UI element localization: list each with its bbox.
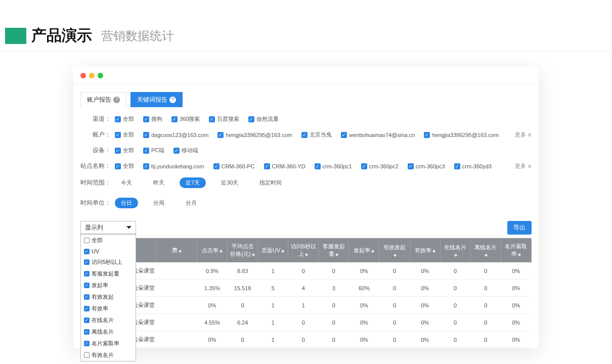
option-label: PC端 — [151, 147, 164, 154]
device-list: ✓全部✓PC端✓移动端 — [115, 147, 532, 154]
table-row[interactable]: bj-云朵课堂0%01100%00%000% — [81, 297, 532, 314]
column-toggle-item[interactable]: ✓在线名片 — [81, 314, 136, 326]
sort-icon[interactable]: ◆ — [371, 249, 374, 253]
columns-dropdown[interactable]: 显示列 全部✓UV✓访问5秒以上✓客服发起量✓发起率✓有效发起✓有效率✓在线名片… — [80, 221, 136, 234]
table-row[interactable]: bj-云朵课堂0%01000%00%000% — [81, 331, 532, 348]
column-toggle-item[interactable]: ✓名片索取率 — [81, 338, 136, 349]
header-label: 有效率 — [415, 247, 431, 253]
sort-icon[interactable]: ◆ — [335, 252, 338, 257]
column-header[interactable]: 客服发起量◆ — [319, 239, 349, 262]
column-header[interactable]: 在线名片◆ — [440, 239, 470, 262]
column-header[interactable]: 页面UV◆ — [258, 239, 288, 262]
item-label: 全部 — [92, 237, 103, 244]
tab-account-report[interactable]: 账户报告 ? — [80, 92, 126, 107]
filter-option[interactable]: ✓hengjia3396295@163.com — [424, 132, 499, 138]
column-toggle-item[interactable]: ✓有效率 — [81, 303, 136, 314]
sort-icon[interactable]: ◆ — [394, 253, 397, 257]
column-header[interactable]: 平均点击价格(元)◆ — [228, 239, 258, 262]
filter-option[interactable]: ✓全部 — [115, 115, 134, 123]
column-header[interactable]: 费◆ — [157, 239, 197, 262]
column-header[interactable]: 名片索取率◆ — [501, 239, 531, 262]
filter-option[interactable]: ✓crm-360pc3 — [408, 163, 445, 169]
column-header[interactable]: 有效率◆ — [410, 239, 440, 262]
table-row[interactable]: bj-云朵课堂4.55%6.241000%00%000% — [81, 314, 532, 331]
column-toggle-item[interactable]: ✓UV — [81, 246, 136, 256]
filter-option[interactable]: ✓北京当兔 — [301, 131, 332, 139]
column-toggle-item[interactable]: 有效名片 — [81, 349, 136, 361]
sort-icon[interactable]: ◆ — [252, 252, 255, 257]
cell: 0% — [501, 262, 531, 280]
column-header[interactable]: 点击率◆ — [197, 239, 228, 262]
close-icon[interactable] — [80, 73, 86, 78]
column-toggle-item[interactable]: ✓访问5秒以上 — [81, 256, 136, 268]
column-header[interactable]: 访问5秒以上◆ — [288, 239, 319, 262]
checkbox-icon: ✓ — [143, 163, 149, 169]
maximize-icon[interactable] — [98, 73, 103, 78]
column-header[interactable]: 发起率◆ — [349, 239, 379, 262]
data-table-wrapper[interactable]: 账户费◆点击率◆平均点击价格(元)◆页面UV◆访问5秒以上◆客服发起量◆发起率◆… — [80, 238, 532, 348]
time-pill[interactable]: 分日 — [115, 198, 138, 208]
filter-option[interactable]: ✓百度搜索 — [209, 115, 239, 123]
filter-option[interactable]: ✓bj.yunduoketang.com — [143, 163, 204, 169]
sort-icon[interactable]: ◆ — [305, 252, 308, 257]
option-label: 全部 — [123, 162, 134, 170]
time-pill[interactable]: 昨天 — [147, 177, 170, 188]
filter-option[interactable]: ✓dagcuos123@163.com — [143, 132, 208, 138]
more-toggle[interactable]: 更多 ∨ — [515, 162, 532, 170]
column-toggle-item[interactable]: ✓客服发起量 — [81, 268, 136, 280]
filter-option[interactable]: ✓全部 — [115, 131, 134, 139]
filter-option[interactable]: ✓crm-360pc1 — [315, 163, 352, 169]
table-row[interactable]: bj-云朵课堂1.35%15.51854360%00%000% — [81, 280, 532, 297]
filter-option[interactable]: ✓crm-360pc2 — [361, 163, 399, 169]
tab-label: 账户报告 — [87, 96, 111, 104]
tab-keyword-report[interactable]: 关键词报告 ? — [130, 92, 183, 107]
column-header[interactable]: 离线名片◆ — [470, 239, 501, 262]
column-toggle-item[interactable]: ✓发起率 — [81, 280, 136, 291]
sort-icon[interactable]: ◆ — [179, 249, 182, 253]
cell — [157, 280, 197, 297]
time-pill[interactable]: 今天 — [115, 177, 138, 188]
time-pill[interactable]: 指定时间 — [253, 177, 288, 188]
option-label: 移动端 — [182, 147, 198, 154]
checkbox-icon: ✓ — [424, 132, 430, 138]
sort-icon[interactable]: ◆ — [518, 252, 521, 257]
filter-option[interactable]: ✓CRM-360-PC — [213, 163, 255, 169]
chevron-down-icon: ∨ — [528, 163, 532, 169]
filter-option[interactable]: ✓wenbohuamao74@sina.cn — [341, 132, 415, 138]
sort-icon[interactable]: ◆ — [485, 253, 488, 257]
sort-icon[interactable]: ◆ — [281, 249, 284, 253]
filter-option[interactable]: ✓crm-360yd3 — [454, 163, 492, 169]
column-toggle-item[interactable]: ✓离线名片 — [81, 326, 136, 338]
filter-option[interactable]: ✓搜狗 — [143, 115, 162, 123]
filter-option[interactable]: ✓CRM-360-YD — [264, 163, 305, 169]
export-button[interactable]: 导出 — [507, 221, 532, 235]
column-header[interactable]: 有效发起◆ — [379, 239, 410, 262]
help-icon[interactable]: ? — [113, 97, 120, 103]
time-pill[interactable]: 分月 — [180, 198, 203, 208]
table-row[interactable]: bj-云朵课堂0.9%8.831000%00%000% — [81, 262, 532, 280]
time-pill[interactable]: 分周 — [147, 198, 170, 208]
sort-icon[interactable]: ◆ — [454, 253, 457, 257]
cell: 0% — [349, 297, 379, 314]
cell: 0% — [410, 262, 440, 280]
column-toggle-item[interactable]: ✓有效发起 — [81, 291, 136, 303]
filter-option[interactable]: ✓自然流量 — [248, 115, 279, 123]
time-pill[interactable]: 近7天 — [180, 177, 206, 188]
minimize-icon[interactable] — [89, 73, 95, 78]
option-label: hengjia3396295@163.com — [432, 132, 499, 138]
sort-icon[interactable]: ◆ — [220, 249, 223, 253]
filter-option[interactable]: ✓360搜索 — [171, 115, 200, 123]
sort-icon[interactable]: ◆ — [432, 249, 435, 253]
filter-option[interactable]: ✓全部 — [115, 162, 134, 170]
filter-option[interactable]: ✓PC端 — [143, 147, 164, 154]
item-label: 发起率 — [92, 282, 108, 289]
cell: 0 — [440, 331, 470, 348]
filter-option[interactable]: ✓移动端 — [173, 147, 198, 154]
help-icon[interactable]: ? — [169, 97, 176, 103]
filter-option[interactable]: ✓hengjia3396295@163.com — [217, 132, 292, 138]
cell: 0% — [349, 331, 379, 348]
filter-option[interactable]: ✓全部 — [115, 147, 134, 154]
more-toggle[interactable]: 更多 ∨ — [515, 131, 532, 139]
column-toggle-item[interactable]: 全部 — [81, 235, 136, 246]
time-pill[interactable]: 近30天 — [215, 177, 244, 188]
